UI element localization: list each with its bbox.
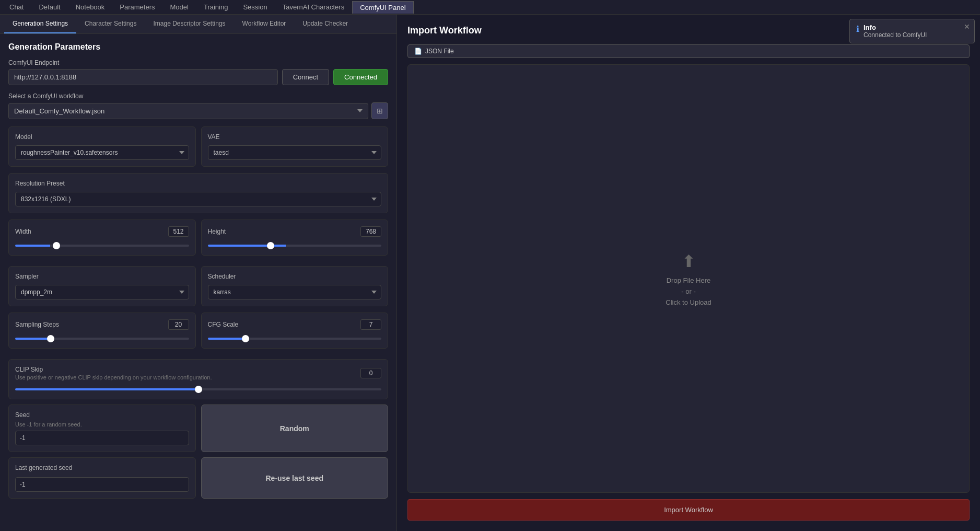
- tab-update-checker[interactable]: Update Checker: [294, 15, 356, 33]
- workflow-select[interactable]: Default_Comfy_Workflow.json: [8, 103, 368, 119]
- height-header: Height 768: [208, 226, 382, 237]
- nav-session[interactable]: Session: [236, 1, 275, 13]
- seed-label: Seed: [15, 411, 189, 419]
- random-button[interactable]: Random: [201, 405, 389, 452]
- nav-comfyui[interactable]: ComfyUI Panel: [352, 1, 413, 14]
- endpoint-row: Connect Connected: [8, 69, 388, 85]
- connected-button[interactable]: Connected: [333, 69, 388, 85]
- right-panel: Import Workflow 📄 JSON File ⬆ Drop File …: [397, 15, 980, 531]
- resolution-select[interactable]: 832x1216 (SDXL): [15, 192, 381, 206]
- nav-notebook[interactable]: Notebook: [68, 1, 113, 13]
- endpoint-group: ComfyUI Endpoint Connect Connected: [8, 59, 388, 85]
- cfg-label: CFG Scale: [208, 321, 239, 328]
- workflow-group: Select a ComfyUI workflow Default_Comfy_…: [8, 93, 388, 119]
- info-message: Connected to ComfyUI: [864, 31, 927, 39]
- nav-chat[interactable]: Chat: [2, 1, 31, 13]
- cfg-slider-section: CFG Scale 7: [201, 313, 389, 349]
- workflow-icon-button[interactable]: ⊞: [371, 102, 388, 119]
- page-title: Generation Parameters: [8, 42, 388, 52]
- clip-header: CLIP Skip Use positive or negative CLIP …: [15, 366, 381, 380]
- drop-text2: - or -: [681, 287, 695, 295]
- last-seed-input[interactable]: [15, 477, 189, 492]
- width-label: Width: [15, 228, 31, 235]
- endpoint-label: ComfyUI Endpoint: [8, 59, 388, 66]
- workflow-label: Select a ComfyUI workflow: [8, 93, 388, 100]
- clip-slider-section: CLIP Skip Use positive or negative CLIP …: [8, 359, 388, 399]
- cfg-header: CFG Scale 7: [208, 319, 382, 330]
- model-label: Model: [15, 133, 189, 141]
- cfg-value: 7: [360, 319, 381, 330]
- import-workflow-button[interactable]: Import Workflow: [407, 499, 970, 521]
- nav-model[interactable]: Model: [163, 1, 196, 13]
- top-navigation: Chat Default Notebook Parameters Model T…: [0, 0, 980, 15]
- height-value: 768: [360, 226, 381, 237]
- main-content: Generation Settings Character Settings I…: [0, 15, 980, 531]
- width-header: Width 512: [15, 226, 189, 237]
- connect-button[interactable]: Connect: [282, 69, 329, 85]
- json-file-button[interactable]: 📄 JSON File: [407, 44, 970, 58]
- scheduler-label: Scheduler: [208, 273, 382, 280]
- steps-slider-section: Sampling Steps 20: [8, 313, 196, 349]
- seed-row: Seed Use -1 for a random seed. Random: [8, 405, 388, 452]
- width-value: 512: [168, 226, 189, 237]
- resolution-label: Resolution Preset: [15, 180, 381, 187]
- nav-parameters[interactable]: Parameters: [112, 1, 162, 13]
- info-panel: ℹ Info Connected to ComfyUI ✕: [849, 19, 975, 43]
- upload-icon: ⬆: [682, 251, 696, 271]
- width-slider-section: Width 512: [8, 220, 196, 256]
- seed-card: Seed Use -1 for a random seed.: [8, 405, 196, 452]
- tab-image-descriptor[interactable]: Image Descriptor Settings: [145, 15, 234, 33]
- steps-value: 20: [168, 319, 189, 330]
- clip-slider[interactable]: [15, 388, 381, 391]
- height-label: Height: [208, 228, 226, 235]
- drop-text1: Drop File Here: [667, 276, 711, 284]
- info-title: Info: [864, 24, 927, 31]
- nav-default[interactable]: Default: [31, 1, 68, 13]
- info-close-button[interactable]: ✕: [964, 22, 970, 31]
- tab-workflow-editor[interactable]: Workflow Editor: [234, 15, 295, 33]
- endpoint-input[interactable]: [8, 69, 278, 85]
- left-panel: Generation Settings Character Settings I…: [0, 15, 397, 531]
- sampler-label: Sampler: [15, 273, 189, 280]
- drop-text3: Click to Upload: [666, 298, 711, 306]
- scheduler-card: Scheduler karras: [201, 266, 389, 306]
- height-slider[interactable]: [208, 244, 382, 247]
- steps-header: Sampling Steps 20: [15, 319, 189, 330]
- reuse-seed-button[interactable]: Re-use last seed: [201, 457, 389, 499]
- model-select[interactable]: roughnessPainter_v10.safetensors: [15, 145, 189, 160]
- steps-slider[interactable]: [15, 337, 189, 340]
- clip-value: 0: [360, 368, 381, 378]
- vae-card: VAE taesd: [201, 126, 389, 167]
- nav-training[interactable]: Training: [196, 1, 236, 13]
- vae-label: VAE: [208, 133, 382, 141]
- model-vae-row: Model roughnessPainter_v10.safetensors V…: [8, 126, 388, 167]
- scheduler-select[interactable]: karras: [208, 285, 382, 299]
- last-seed-label: Last generated seed: [15, 464, 189, 471]
- seed-sublabel: Use -1 for a random seed.: [15, 421, 189, 428]
- file-icon: 📄: [414, 48, 422, 55]
- clip-sublabel: Use positive or negative CLIP skip depen…: [15, 374, 212, 380]
- tab-bar: Generation Settings Character Settings I…: [0, 15, 396, 34]
- steps-label: Sampling Steps: [15, 321, 59, 328]
- steps-cfg-sliders: Sampling Steps 20 CFG Scale 7: [8, 313, 388, 354]
- height-slider-section: Height 768: [201, 220, 389, 256]
- cfg-slider[interactable]: [208, 337, 382, 340]
- width-slider[interactable]: [15, 244, 189, 247]
- seed-input[interactable]: [15, 431, 189, 445]
- last-seed-row: Last generated seed Re-use last seed: [8, 457, 388, 499]
- tab-generation-settings[interactable]: Generation Settings: [4, 15, 76, 33]
- last-seed-card: Last generated seed: [8, 457, 196, 499]
- model-card: Model roughnessPainter_v10.safetensors: [8, 126, 196, 167]
- clip-label: CLIP Skip: [15, 366, 212, 373]
- info-icon: ℹ: [856, 24, 859, 34]
- vae-select[interactable]: taesd: [208, 145, 382, 160]
- tab-character-settings[interactable]: Character Settings: [76, 15, 145, 33]
- sampler-select[interactable]: dpmpp_2m: [15, 285, 189, 299]
- workflow-row: Default_Comfy_Workflow.json ⊞: [8, 102, 388, 119]
- resolution-card: Resolution Preset 832x1216 (SDXL): [8, 173, 388, 213]
- sampler-card: Sampler dpmpp_2m: [8, 266, 196, 306]
- drop-zone[interactable]: ⬆ Drop File Here - or - Click to Upload: [407, 64, 970, 493]
- sampler-scheduler-row: Sampler dpmpp_2m Scheduler karras: [8, 266, 388, 306]
- generation-panel: Generation Parameters ComfyUI Endpoint C…: [0, 34, 396, 531]
- nav-tavernai[interactable]: TavernAI Characters: [275, 1, 353, 13]
